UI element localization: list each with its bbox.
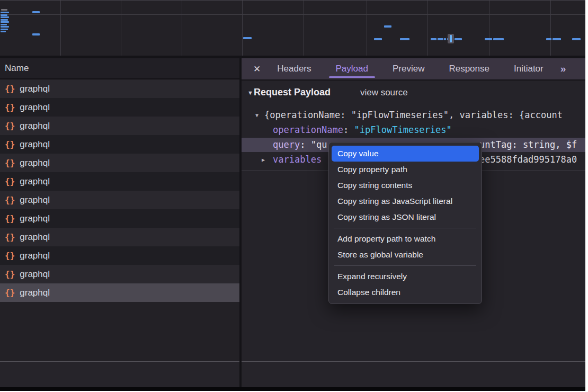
request-timing-bar[interactable] <box>400 38 409 40</box>
menu-item-store-as-global-variable[interactable]: Store as global variable <box>329 247 482 263</box>
overview-gridline <box>550 1 551 56</box>
request-name: graphql <box>20 213 50 224</box>
request-row[interactable]: {}graphql <box>0 246 239 265</box>
menu-item-copy-string-contents[interactable]: Copy string contents <box>329 177 482 193</box>
request-name: graphql <box>20 102 50 113</box>
request-timing-bar[interactable] <box>455 38 462 40</box>
json-key: variables <box>273 154 322 165</box>
request-row[interactable]: {}graphql <box>0 209 239 228</box>
name-column-header[interactable]: Name <box>0 58 239 79</box>
request-timing-bar[interactable] <box>1 24 7 25</box>
json-variables-right-fragment: ee5588fdad995178a0 <box>479 153 577 167</box>
context-menu: Copy valueCopy property pathCopy string … <box>328 142 482 304</box>
request-timing-bar[interactable] <box>444 38 446 40</box>
tab-initiator[interactable]: Initiator <box>514 58 544 79</box>
request-timing-bar[interactable] <box>374 38 382 40</box>
tab-response[interactable]: Response <box>449 58 489 79</box>
tab-preview[interactable]: Preview <box>393 58 424 79</box>
expander-icon[interactable]: ▼ <box>255 108 259 122</box>
request-timing-bar[interactable] <box>553 38 561 40</box>
request-timing-bar[interactable] <box>243 37 252 39</box>
request-row[interactable]: {}graphql <box>0 283 239 302</box>
request-name: graphql <box>20 232 50 243</box>
fetch-request-icon: {} <box>5 102 15 112</box>
fetch-request-icon: {} <box>5 232 15 242</box>
menu-item-copy-string-as-json-literal[interactable]: Copy string as JSON literal <box>329 209 482 225</box>
fetch-request-icon: {} <box>5 269 15 279</box>
request-timing-bar[interactable] <box>1 12 9 13</box>
overview-gridline <box>304 1 304 56</box>
request-row[interactable]: {}graphql <box>0 172 239 191</box>
request-row[interactable]: {}graphql <box>0 265 239 283</box>
request-name: graphql <box>20 195 50 206</box>
request-timing-bar[interactable] <box>1 29 8 30</box>
section-title: Request Payload <box>254 87 331 98</box>
json-colon: : <box>343 124 354 135</box>
request-row[interactable]: {}graphql <box>0 154 239 172</box>
request-payload-section-header: ▼ Request Payload view source <box>247 87 408 98</box>
request-timing-bar[interactable] <box>32 33 40 35</box>
expander-icon[interactable]: ▶ <box>262 153 265 167</box>
request-timing-bar[interactable] <box>1 31 6 32</box>
fetch-request-icon: {} <box>5 176 15 186</box>
fetch-request-icon: {} <box>5 84 15 94</box>
fetch-request-icon: {} <box>5 158 15 168</box>
request-row[interactable]: {}graphql <box>0 117 239 135</box>
menu-divider <box>334 228 476 228</box>
section-collapse-triangle-icon[interactable]: ▼ <box>247 90 253 96</box>
view-source-link[interactable]: view source <box>360 87 408 98</box>
json-operation-name: operationName: "ipFlowTimeseries" <box>273 123 452 137</box>
fetch-request-icon: {} <box>5 195 15 205</box>
devtools-window: Name {}graphql{}graphql{}graphql{}graphq… <box>0 0 588 392</box>
request-timing-bar[interactable] <box>1 21 9 23</box>
request-row[interactable]: {}graphql <box>0 135 239 154</box>
request-name: graphql <box>20 158 50 168</box>
pending-request-bar[interactable] <box>1 9 7 11</box>
json-row-operation-name[interactable]: operationName: "ipFlowTimeseries" <box>242 123 585 137</box>
request-timing-bar[interactable] <box>438 38 443 40</box>
request-timing-bar[interactable] <box>1 14 7 16</box>
overview-horizontal-gridline <box>0 14 585 15</box>
details-tabs: HeadersPayloadPreviewResponseInitiator <box>277 58 543 79</box>
selected-request-marker[interactable] <box>450 35 452 42</box>
menu-item-add-property-path-to-watch[interactable]: Add property path to watch <box>329 231 482 247</box>
request-row[interactable]: {}graphql <box>0 98 239 117</box>
menu-item-collapse-children[interactable]: Collapse children <box>329 284 482 300</box>
request-timing-bar[interactable] <box>1 26 9 28</box>
request-timing-bar[interactable] <box>572 38 581 40</box>
tab-headers[interactable]: Headers <box>277 58 311 79</box>
more-tabs-icon[interactable]: » <box>560 63 565 75</box>
fetch-request-icon: {} <box>5 288 15 298</box>
menu-item-copy-value[interactable]: Copy value <box>332 146 479 162</box>
request-timing-bar[interactable] <box>1 16 9 18</box>
fetch-request-icon: {} <box>5 251 15 261</box>
menu-item-copy-property-path[interactable]: Copy property path <box>329 162 482 177</box>
request-table: Name {}graphql{}graphql{}graphql{}graphq… <box>0 58 239 361</box>
overview-gridline <box>242 1 243 56</box>
menu-item-expand-recursively[interactable]: Expand recursively <box>329 269 482 284</box>
request-timing-bar[interactable] <box>493 38 504 40</box>
panel-resize-handle[interactable] <box>239 58 242 387</box>
request-timing-bar[interactable] <box>1 19 8 21</box>
overview-gridline <box>427 1 427 56</box>
request-timing-bar[interactable] <box>431 38 436 40</box>
request-row[interactable]: {}graphql <box>0 79 239 98</box>
overview-gridline <box>121 1 121 56</box>
json-key: operationName <box>273 124 343 135</box>
request-row[interactable]: {}graphql <box>0 228 239 246</box>
request-timing-bar[interactable] <box>485 38 492 40</box>
tab-payload[interactable]: Payload <box>336 58 368 79</box>
request-row[interactable]: {}graphql <box>0 191 239 209</box>
close-icon[interactable]: ✕ <box>253 64 261 75</box>
request-name: graphql <box>20 176 50 187</box>
request-timing-bar[interactable] <box>384 25 391 28</box>
request-timing-bar[interactable] <box>32 11 40 13</box>
menu-item-copy-string-as-javascript-literal[interactable]: Copy string as JavaScript literal <box>329 193 482 209</box>
status-bar-area <box>0 362 585 387</box>
network-overview[interactable] <box>0 0 585 56</box>
request-timing-bar[interactable] <box>546 38 551 40</box>
json-root-row[interactable]: ▼ {operationName: "ipFlowTimeseries", va… <box>242 108 585 122</box>
overview-gridline <box>60 1 61 56</box>
menu-divider <box>334 265 476 266</box>
json-query-right-fragment: untTag: string, $f <box>479 138 577 152</box>
